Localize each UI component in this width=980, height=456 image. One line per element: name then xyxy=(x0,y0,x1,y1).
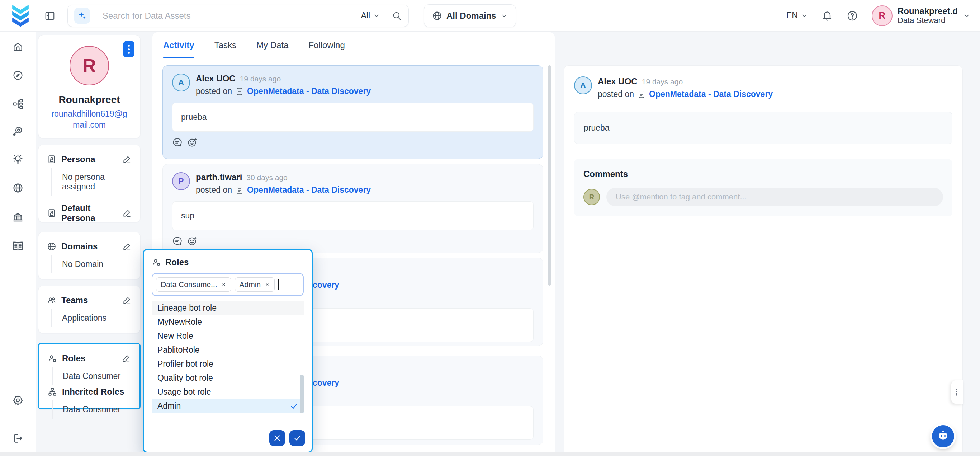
remove-chip-icon[interactable] xyxy=(221,282,227,287)
top-bar: All All Domains EN R Rounakpreet.d Data … xyxy=(0,0,980,32)
post-avatar-initial: A xyxy=(178,78,184,87)
post-avatar: A xyxy=(172,73,190,91)
post-timestamp: 19 days ago xyxy=(240,75,281,83)
profile-avatar-initial: R xyxy=(83,55,96,77)
post-author[interactable]: parth.tiwari xyxy=(196,172,242,182)
post-target-link[interactable]: OpenMetadata - Data Discovery xyxy=(247,185,371,195)
tab-tasks[interactable]: Tasks xyxy=(215,32,236,58)
comment-icon[interactable] xyxy=(172,137,182,147)
role-option[interactable]: Profiler bot role xyxy=(152,357,304,371)
tab-following[interactable]: Following xyxy=(309,32,345,58)
default-persona-title: Default Persona xyxy=(61,203,117,223)
logout-icon[interactable] xyxy=(12,433,24,444)
govern-icon[interactable] xyxy=(12,212,24,223)
observability-icon[interactable] xyxy=(12,126,24,137)
document-icon xyxy=(235,186,244,195)
remove-chip-icon[interactable] xyxy=(264,282,270,287)
panel-toggle-icon[interactable] xyxy=(45,10,55,21)
role-option[interactable]: Lineage bot role xyxy=(152,301,304,315)
bell-icon[interactable] xyxy=(821,10,833,22)
cancel-button[interactable] xyxy=(269,430,285,446)
chatbot-fab[interactable] xyxy=(932,425,954,447)
settings-icon[interactable] xyxy=(12,395,24,406)
role-option[interactable]: MyNewRole xyxy=(152,315,304,329)
post-message: sup xyxy=(172,201,534,230)
comment-avatar-initial: R xyxy=(589,193,594,201)
post-avatar: P xyxy=(172,172,190,190)
horizontal-scrollbar[interactable] xyxy=(0,452,980,456)
detail-author[interactable]: Alex UOC xyxy=(598,77,638,86)
post-target-link-fragment[interactable]: covery xyxy=(313,280,339,290)
confirm-button[interactable] xyxy=(290,430,305,446)
inherited-roles-section: Inherited Roles Data Consumer xyxy=(39,387,140,424)
chevron-down-icon xyxy=(373,12,380,19)
default-persona-icon xyxy=(47,209,56,218)
persona-section: Persona No persona assigned xyxy=(38,145,140,196)
profile-kebab-menu[interactable] xyxy=(123,41,134,57)
role-option[interactable]: Usage bot role xyxy=(152,385,304,399)
detail-header: Alex UOC 19 days ago posted on OpenMetad… xyxy=(598,77,773,99)
global-search-bar: All xyxy=(67,5,409,27)
inherited-roles-value: Data Consumer xyxy=(52,400,131,419)
feed-scrollbar[interactable] xyxy=(548,65,551,285)
language-dropdown[interactable]: EN xyxy=(786,11,808,21)
chevron-down-icon xyxy=(963,12,970,20)
profile-email-link[interactable]: rounakdhillon619@gmail.com xyxy=(51,108,128,131)
home-icon[interactable] xyxy=(12,41,24,53)
search-scope-dropdown[interactable]: All xyxy=(361,11,380,21)
platform-icon[interactable] xyxy=(12,98,24,110)
role-option[interactable]: New Role xyxy=(152,329,304,343)
persona-icon xyxy=(47,155,56,164)
teams-card: Teams Applications xyxy=(38,285,140,333)
user-menu[interactable]: R Rounakpreet.d Data Steward xyxy=(872,5,970,26)
all-domains-dropdown[interactable]: All Domains xyxy=(424,4,516,27)
roles-card: Roles Data Consumer Inherited Roles Data… xyxy=(38,343,140,409)
edit-roles-icon[interactable] xyxy=(122,354,131,363)
user-identity: Rounakpreet.d Data Steward xyxy=(897,6,958,26)
feed-post[interactable]: A Alex UOC 19 days ago posted on OpenMet… xyxy=(162,65,543,159)
feed-post[interactable]: P parth.tiwari 30 days ago posted on Ope… xyxy=(162,164,543,253)
edit-domains-icon[interactable] xyxy=(122,242,132,251)
detail-timestamp: 19 days ago xyxy=(642,78,683,86)
tab-my-data[interactable]: My Data xyxy=(256,32,288,58)
comment-icon[interactable] xyxy=(172,236,182,246)
post-target-link[interactable]: OpenMetadata - Data Discovery xyxy=(247,86,371,96)
search-icon[interactable] xyxy=(392,11,402,21)
role-option[interactable]: PablitoRole xyxy=(152,343,304,357)
edit-teams-icon[interactable] xyxy=(122,296,132,305)
search-input[interactable] xyxy=(102,10,355,21)
divider xyxy=(96,10,96,21)
edit-persona-icon[interactable] xyxy=(122,155,132,164)
glossary-icon[interactable] xyxy=(12,241,24,252)
sparkle-icon[interactable] xyxy=(74,8,90,24)
options-scrollbar[interactable] xyxy=(300,375,304,413)
edit-default-persona-icon[interactable] xyxy=(122,209,132,218)
add-reaction-icon[interactable] xyxy=(187,137,197,147)
profile-tabs: Activity Tasks My Data Following xyxy=(153,32,555,59)
collapsed-widget-tab[interactable] xyxy=(951,380,963,403)
help-icon[interactable] xyxy=(846,10,858,22)
language-label: EN xyxy=(786,11,798,21)
insights-icon[interactable] xyxy=(12,153,24,165)
domains-icon[interactable] xyxy=(12,182,24,194)
post-reactions xyxy=(172,236,534,246)
detail-message: prueba xyxy=(574,112,952,144)
post-author[interactable]: Alex UOC xyxy=(196,73,235,84)
post-action: posted on xyxy=(196,86,232,96)
tab-activity[interactable]: Activity xyxy=(163,32,194,58)
persona-title: Persona xyxy=(61,154,117,164)
openmetadata-logo[interactable] xyxy=(10,4,32,28)
comments-section: Comments R xyxy=(574,159,952,216)
role-option[interactable]: Quality bot role xyxy=(152,371,304,385)
user-avatar-initial: R xyxy=(879,10,886,21)
roles-select-input[interactable]: Data Consume... Admin xyxy=(152,273,304,296)
left-nav-rail xyxy=(0,32,36,456)
role-option-selected[interactable]: Admin xyxy=(152,399,304,413)
profile-name: Rounakpreet xyxy=(38,94,140,105)
detail-target-link[interactable]: OpenMetadata - Data Discovery xyxy=(649,89,773,99)
post-target-link-fragment[interactable]: covery xyxy=(313,378,339,388)
comment-input[interactable] xyxy=(606,188,943,206)
explore-icon[interactable] xyxy=(12,70,24,81)
domains-card: Domains No Domain xyxy=(38,232,140,279)
add-reaction-icon[interactable] xyxy=(187,236,197,246)
